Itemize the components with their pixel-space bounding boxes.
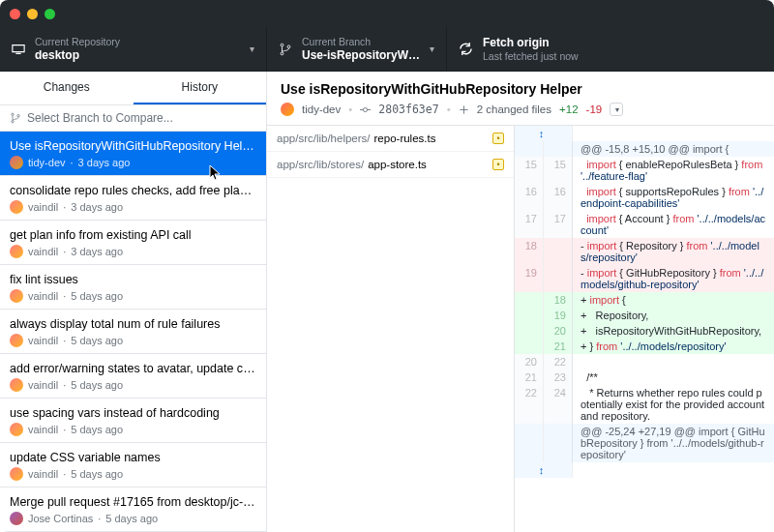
changed-file-item[interactable]: app/src/lib/stores/app-store.ts• [267, 152, 514, 178]
sync-icon [459, 42, 473, 56]
modified-badge: • [492, 159, 504, 170]
commit-time: 3 days ago [71, 201, 123, 213]
commit-item[interactable]: add error/warning states to avatar, upda… [0, 354, 266, 399]
commit-author: vaindil [28, 468, 58, 480]
new-line-number: 21 [544, 339, 573, 354]
diff-line: + import { [573, 292, 774, 308]
commit-author: vaindil [28, 379, 58, 391]
commit-time: 5 days ago [105, 513, 158, 524]
new-line-number: 23 [544, 369, 573, 385]
branch-compare-placeholder: Select Branch to Compare... [27, 111, 173, 125]
new-line-number: 19 [544, 308, 573, 323]
changed-files-list: app/src/lib/helpers/repo-rules.ts•app/sr… [267, 126, 515, 532]
commit-time: 5 days ago [71, 424, 123, 435]
author-avatar [10, 467, 23, 481]
commit-item[interactable]: update CSS variable names vaindil · 5 da… [0, 443, 266, 488]
commit-meta: vaindil · 3 days ago [10, 245, 256, 258]
commit-item[interactable]: consolidate repo rules checks, add free … [0, 176, 266, 221]
old-line-number: 15 [515, 157, 544, 184]
commit-item[interactable]: use spacing vars instead of hardcoding v… [0, 399, 266, 443]
commit-sha[interactable]: 2803f63e7 [378, 103, 438, 116]
commit-author: vaindil [28, 335, 58, 346]
expand-hunk-button[interactable]: ↕ [515, 462, 573, 478]
new-line-number: 17 [544, 211, 573, 238]
commit-meta: vaindil · 3 days ago [10, 200, 256, 214]
commit-time: 5 days ago [71, 290, 123, 302]
repo-value: desktop [35, 48, 240, 62]
commit-time: 5 days ago [71, 335, 123, 346]
commit-title: always display total num of rule failure… [10, 317, 256, 331]
tab-history[interactable]: History [134, 72, 267, 104]
commit-item[interactable]: fix lint issues vaindil · 5 days ago [0, 265, 266, 310]
deletions-count: -19 [586, 103, 603, 115]
changed-file-item[interactable]: app/src/lib/helpers/repo-rules.ts• [267, 126, 514, 152]
commit-item[interactable]: get plan info from existing API call vai… [0, 221, 266, 265]
commit-item[interactable]: always display total num of rule failure… [0, 310, 266, 354]
old-line-number [515, 292, 544, 308]
commit-meta: tidy-dev · 3 days ago [10, 156, 256, 169]
author-avatar [10, 156, 23, 169]
commit-title: add error/warning states to avatar, upda… [10, 362, 256, 375]
diff-line: + } from '../../models/repository' [573, 339, 774, 354]
commit-time: 5 days ago [71, 379, 123, 391]
commit-item[interactable]: Merge pull request #17165 from desktop/j… [0, 488, 266, 532]
commit-title: get plan info from existing API call [10, 228, 256, 242]
diff-line [573, 354, 774, 369]
commit-meta: vaindil · 5 days ago [10, 289, 256, 303]
computer-icon [12, 43, 25, 56]
svg-point-0 [281, 44, 283, 46]
file-dir: app/src/lib/helpers/ [277, 133, 371, 144]
fetch-origin-button[interactable]: Fetch origin Last fetched just now [447, 27, 590, 71]
hunk-header: @@ -25,24 +27,19 @@ import { GitHubRepos… [573, 424, 774, 462]
diff-line: /** [573, 369, 774, 385]
author-avatar [281, 103, 294, 116]
commit-meta: vaindil · 5 days ago [10, 334, 256, 347]
new-line-number: 15 [544, 157, 573, 184]
author-avatar [10, 423, 23, 436]
current-branch-dropdown[interactable]: Current Branch Use-isRepositoryWithGi… ▾ [267, 27, 447, 71]
svg-point-2 [287, 44, 290, 47]
diff-line: import { Account } from '../../models/ac… [573, 211, 774, 238]
old-line-number [515, 308, 544, 323]
branch-compare-selector[interactable]: Select Branch to Compare... [0, 105, 266, 132]
commit-list[interactable]: Use isRepositoryWithGitHubRepository Hel… [0, 132, 266, 532]
diff-icon [459, 104, 469, 115]
minimize-window-button[interactable] [27, 9, 38, 19]
branch-icon [279, 43, 292, 56]
branch-value: Use-isRepositoryWithGi… [302, 48, 420, 62]
maximize-window-button[interactable] [45, 9, 55, 19]
old-line-number: 16 [515, 184, 544, 211]
sidebar-tabs: Changes History [0, 72, 266, 105]
diff-settings-button[interactable]: ▾ [610, 103, 623, 116]
commit-title: consolidate repo rules checks, add free … [10, 184, 256, 197]
top-toolbar: Current Repository desktop ▾ Current Bra… [0, 27, 774, 72]
old-line-number [515, 323, 544, 339]
commit-author: vaindil [28, 246, 58, 257]
commit-title: Merge pull request #17165 from desktop/j… [10, 495, 256, 509]
svg-point-3 [12, 113, 14, 115]
old-line-number: 20 [515, 354, 544, 369]
old-line-number: 21 [515, 369, 544, 385]
commit-time: 5 days ago [71, 468, 123, 480]
diff-view[interactable]: ↕@@ -15,8 +15,10 @@ import {1515 import … [515, 126, 774, 532]
author-avatar [10, 245, 23, 258]
author-avatar [10, 289, 23, 303]
file-dir: app/src/lib/stores/ [277, 159, 364, 170]
expand-hunk-button[interactable]: ↕ [515, 126, 573, 141]
commit-item[interactable]: Use isRepositoryWithGitHubRepository Hel… [0, 132, 266, 176]
svg-point-4 [12, 121, 14, 123]
commit-time: 3 days ago [71, 246, 123, 257]
author-avatar [10, 334, 23, 347]
fetch-label: Fetch origin [483, 36, 579, 49]
additions-count: +12 [559, 103, 579, 115]
file-name: app-store.ts [368, 159, 427, 170]
commit-title: update CSS variable names [10, 451, 256, 464]
current-repository-dropdown[interactable]: Current Repository desktop ▾ [0, 27, 267, 71]
close-window-button[interactable] [10, 9, 20, 19]
new-line-number: 18 [544, 292, 573, 308]
tab-changes[interactable]: Changes [0, 72, 134, 104]
author-avatar [10, 378, 23, 392]
file-name: repo-rules.ts [374, 133, 436, 144]
commit-author: tidy-dev [302, 103, 341, 115]
chevron-down-icon: ▾ [430, 44, 434, 54]
